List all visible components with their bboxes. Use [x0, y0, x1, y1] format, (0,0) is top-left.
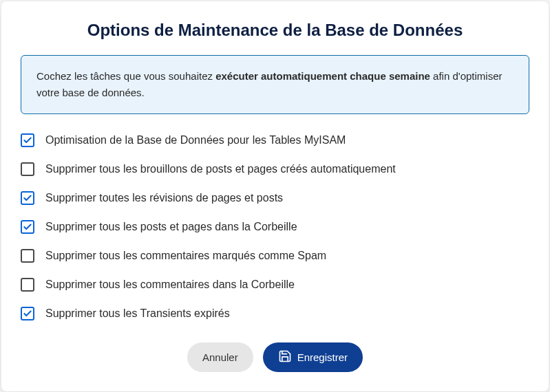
option-checkbox[interactable]	[21, 191, 34, 205]
options-list: Optimisation de la Base de Données pour …	[21, 133, 529, 320]
option-checkbox[interactable]	[21, 162, 34, 176]
option-row: Supprimer tous les brouillons de posts e…	[21, 162, 529, 176]
option-label: Supprimer tous les commentaires marqués …	[45, 250, 326, 262]
option-row: Supprimer tous les posts et pages dans l…	[21, 220, 529, 234]
option-checkbox[interactable]	[21, 133, 34, 147]
save-icon	[278, 349, 292, 365]
modal-title: Options de Maintenance de la Base de Don…	[21, 21, 529, 40]
option-row: Supprimer tous les commentaires dans la …	[21, 278, 529, 292]
option-row: Optimisation de la Base de Données pour …	[21, 133, 529, 147]
option-label: Supprimer toutes les révisions de pages …	[45, 192, 283, 204]
option-checkbox[interactable]	[21, 278, 34, 292]
maintenance-options-modal: Options de Maintenance de la Base de Don…	[1, 1, 549, 391]
option-label: Optimisation de la Base de Données pour …	[45, 134, 346, 146]
option-checkbox[interactable]	[21, 220, 34, 234]
cancel-label: Annuler	[202, 351, 238, 363]
cancel-button[interactable]: Annuler	[187, 342, 253, 372]
save-button[interactable]: Enregistrer	[263, 342, 363, 372]
info-bold: exécuter automatiquement chaque semaine	[215, 70, 430, 82]
option-row: Supprimer tous les Transients expirés	[21, 307, 529, 320]
info-box: Cochez les tâches que vous souhaitez exé…	[21, 55, 529, 114]
option-label: Supprimer tous les posts et pages dans l…	[45, 221, 297, 233]
option-checkbox[interactable]	[21, 249, 34, 263]
modal-footer: Annuler Enregistrer	[21, 342, 529, 372]
option-label: Supprimer tous les Transients expirés	[45, 307, 230, 320]
option-checkbox[interactable]	[21, 307, 34, 320]
save-label: Enregistrer	[297, 351, 348, 363]
option-label: Supprimer tous les commentaires dans la …	[45, 279, 295, 291]
info-prefix: Cochez les tâches que vous souhaitez	[36, 70, 215, 82]
option-label: Supprimer tous les brouillons de posts e…	[45, 163, 396, 175]
option-row: Supprimer toutes les révisions de pages …	[21, 191, 529, 205]
option-row: Supprimer tous les commentaires marqués …	[21, 249, 529, 263]
